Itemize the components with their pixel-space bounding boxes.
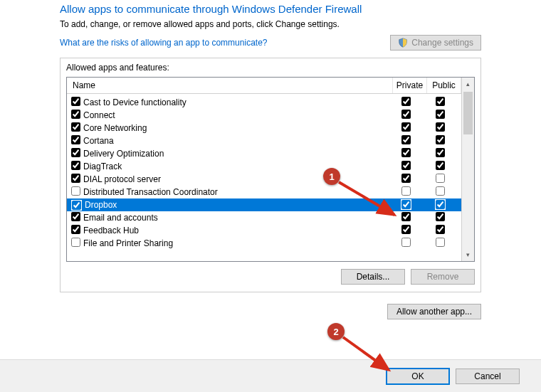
row-public-checkbox[interactable] xyxy=(436,200,445,209)
row-enabled-checkbox[interactable] xyxy=(71,212,80,221)
row-private-checkbox[interactable] xyxy=(401,148,411,157)
row-name: Cast to Device functionality xyxy=(83,97,389,107)
row-private-checkbox[interactable] xyxy=(401,186,411,196)
row-enabled-checkbox[interactable] xyxy=(71,135,80,144)
row-enabled-checkbox[interactable] xyxy=(71,161,80,170)
table-row[interactable]: DiagTrack xyxy=(67,160,461,173)
row-public-checkbox[interactable] xyxy=(436,148,445,157)
row-private-checkbox[interactable] xyxy=(401,200,411,209)
allow-another-app-button[interactable]: Allow another app... xyxy=(387,304,481,319)
table-row[interactable]: Delivery Optimization xyxy=(67,147,461,160)
row-name: DIAL protocol server xyxy=(83,174,389,184)
row-public-cell xyxy=(423,135,457,147)
row-public-cell xyxy=(423,199,457,211)
row-private-checkbox[interactable] xyxy=(401,122,411,132)
row-public-cell xyxy=(423,174,457,185)
remove-button[interactable]: Remove xyxy=(411,269,475,285)
row-public-checkbox[interactable] xyxy=(436,225,445,234)
table-row[interactable]: Dropbox xyxy=(67,198,461,211)
table-row[interactable]: DIAL protocol server xyxy=(67,173,461,186)
row-name: Delivery Optimization xyxy=(83,149,389,159)
risks-link[interactable]: What are the risks of allowing an app to… xyxy=(60,38,267,48)
change-settings-button[interactable]: Change settings xyxy=(390,35,481,51)
row-public-cell xyxy=(423,238,457,249)
details-button[interactable]: Details... xyxy=(341,269,405,285)
row-private-checkbox[interactable] xyxy=(401,97,411,106)
row-public-cell xyxy=(423,122,457,134)
col-public[interactable]: Public xyxy=(427,78,461,93)
row-public-cell xyxy=(423,212,457,223)
row-private-checkbox[interactable] xyxy=(401,212,411,221)
row-public-cell xyxy=(423,161,457,172)
row-enabled-checkbox[interactable] xyxy=(71,238,80,247)
row-private-cell xyxy=(389,174,423,185)
row-public-checkbox[interactable] xyxy=(436,161,445,170)
col-name[interactable]: Name xyxy=(67,78,393,93)
table-row[interactable]: Email and accounts xyxy=(67,211,461,224)
table-row[interactable]: Core Networking xyxy=(67,122,461,134)
scrollbar[interactable]: ▴ ▾ xyxy=(461,78,474,261)
annotation-badge-1: 1 xyxy=(323,168,340,185)
row-public-checkbox[interactable] xyxy=(436,174,445,183)
allowed-apps-group: Allowed apps and features: Name Private … xyxy=(60,58,481,292)
table-row[interactable]: Distributed Transaction Coordinator xyxy=(67,186,461,198)
row-private-checkbox[interactable] xyxy=(401,238,411,247)
row-private-cell xyxy=(389,212,423,223)
row-enabled-checkbox[interactable] xyxy=(71,186,80,196)
table-row[interactable]: Cast to Device functionality xyxy=(67,96,461,109)
row-enabled-checkbox[interactable] xyxy=(71,225,80,234)
row-enabled-checkbox[interactable] xyxy=(71,122,80,132)
row-public-checkbox[interactable] xyxy=(436,135,445,144)
table-row[interactable]: Cortana xyxy=(67,134,461,147)
row-name: Feedback Hub xyxy=(83,226,389,235)
row-private-checkbox[interactable] xyxy=(401,225,411,234)
apps-table: Name Private Public Cast to Device funct… xyxy=(66,77,475,262)
scroll-down-button[interactable]: ▾ xyxy=(462,248,474,261)
cancel-button[interactable]: Cancel xyxy=(456,369,520,384)
row-private-checkbox[interactable] xyxy=(401,161,411,170)
row-private-checkbox[interactable] xyxy=(401,110,411,119)
scroll-thumb[interactable] xyxy=(463,92,473,134)
row-public-checkbox[interactable] xyxy=(436,238,445,247)
row-private-checkbox[interactable] xyxy=(401,174,411,183)
scroll-track[interactable] xyxy=(462,90,474,248)
row-private-checkbox[interactable] xyxy=(401,135,411,144)
row-name: DiagTrack xyxy=(83,161,389,171)
row-name: Distributed Transaction Coordinator xyxy=(83,187,389,197)
row-public-cell xyxy=(423,110,457,121)
row-private-cell xyxy=(389,225,423,236)
row-public-checkbox[interactable] xyxy=(436,97,445,106)
row-enabled-checkbox[interactable] xyxy=(71,148,80,157)
row-public-checkbox[interactable] xyxy=(436,212,445,221)
row-private-cell xyxy=(389,122,423,134)
chevron-down-icon: ▾ xyxy=(466,251,470,258)
page-subtext: To add, change, or remove allowed apps a… xyxy=(60,19,481,29)
row-private-cell xyxy=(389,97,423,108)
row-private-cell xyxy=(389,135,423,147)
table-row[interactable]: File and Printer Sharing xyxy=(67,237,461,250)
shield-icon xyxy=(398,38,408,48)
row-public-checkbox[interactable] xyxy=(436,122,445,132)
row-name: File and Printer Sharing xyxy=(83,238,389,248)
row-public-cell xyxy=(423,97,457,108)
row-enabled-checkbox[interactable] xyxy=(71,174,80,183)
row-name: Cortana xyxy=(83,136,389,146)
col-private[interactable]: Private xyxy=(393,78,427,93)
row-enabled-checkbox[interactable] xyxy=(71,97,80,106)
scroll-up-button[interactable]: ▴ xyxy=(462,78,474,90)
row-public-checkbox[interactable] xyxy=(436,186,445,196)
row-name: Connect xyxy=(83,110,389,120)
row-enabled-checkbox[interactable] xyxy=(71,110,80,119)
row-public-checkbox[interactable] xyxy=(436,110,445,119)
row-enabled-checkbox[interactable] xyxy=(72,201,81,210)
page-title: Allow apps to communicate through Window… xyxy=(60,3,481,15)
dialog-footer: OK Cancel xyxy=(0,359,541,392)
row-private-cell xyxy=(389,238,423,249)
row-name: Core Networking xyxy=(83,123,389,133)
row-private-cell xyxy=(389,110,423,121)
row-private-cell xyxy=(389,161,423,172)
change-settings-label: Change settings xyxy=(411,38,473,48)
table-row[interactable]: Connect xyxy=(67,109,461,122)
ok-button[interactable]: OK xyxy=(386,368,450,385)
table-row[interactable]: Feedback Hub xyxy=(67,224,461,237)
